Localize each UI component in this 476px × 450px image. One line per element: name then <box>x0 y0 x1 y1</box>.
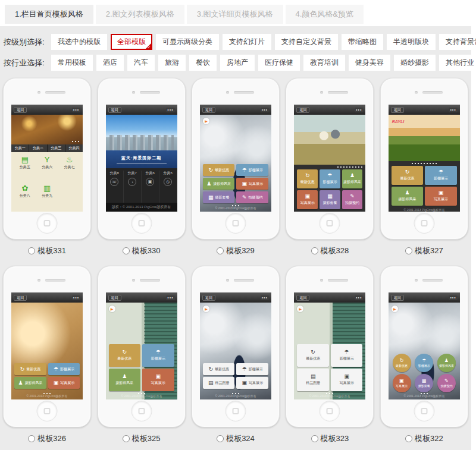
industry-filter-button[interactable]: 餐饮 <box>189 55 217 71</box>
tile-booking: ✎拍摄预约 <box>342 190 363 209</box>
template-radio[interactable] <box>311 435 318 442</box>
city-skyline-photo <box>106 115 177 150</box>
template-radio[interactable] <box>217 247 224 254</box>
template-preview[interactable]: 返回•••RAYLI↻最新优惠☂影棚展示♟摄影师风采▣写真展示© 2001-20… <box>380 78 468 240</box>
template-select-row[interactable]: 模板331 <box>28 246 66 256</box>
copyright-text: © 2001-2013 PigCms版权所有 <box>396 208 452 212</box>
template-radio[interactable] <box>28 247 35 254</box>
photographer-icon: ♟ <box>122 374 127 379</box>
phone-icon: ☏ <box>110 178 118 186</box>
music-player-icon: ▶ <box>392 306 398 312</box>
template-preview[interactable]: 返回•••↻最新优惠☂影棚展示♟摄影师风采▣写真展示© 2001-2013 Pi… <box>3 266 91 427</box>
template-radio[interactable] <box>217 435 224 442</box>
template-select-row[interactable]: 模板326 <box>28 433 66 444</box>
tile-label: 样品图册 <box>306 380 320 386</box>
tab-color-preview[interactable]: 4.颜色风格&预览 <box>286 5 364 24</box>
member-card-icon: ▥ <box>43 184 51 192</box>
more-menu-icon: ••• <box>166 108 174 112</box>
phone-screen: 返回•••分类一分类二分类三分类四▤分类五Y分类六♨分类七✿分类八▥分类九 <box>11 105 83 212</box>
screen-content: ▶↻最新优惠☂影棚展示♟摄影师风采▣写真展示© 2001-2013 PigCms… <box>106 303 177 399</box>
tile-studio: ☂影棚展示 <box>425 166 457 185</box>
camera-dot <box>415 279 418 282</box>
template-preview[interactable]: 返回•••↻最新优惠☂影棚展示♟摄影师风采▣写真展示▦摄影套餐✎拍摄预约© 20… <box>286 78 374 240</box>
template-radio[interactable] <box>405 435 412 442</box>
tile-grid: ↻最新优惠☂影棚展示▤样品图册▣写真展示 <box>297 344 362 391</box>
level-filter-button[interactable]: 带缩略图 <box>342 34 383 50</box>
template-radio[interactable] <box>123 247 130 254</box>
music-player-icon: ▶ <box>203 306 209 312</box>
phone-navbar: 返回••• <box>106 105 177 115</box>
template-name-label: 模板326 <box>37 433 66 444</box>
more-menu-icon: ••• <box>261 295 269 300</box>
speaker-slot <box>140 91 160 94</box>
tab-column-home-style[interactable]: 1.栏目首页模板风格 <box>5 5 93 24</box>
template-preview[interactable]: 返回•••▶↻最新优惠☂影棚展示♟摄影师风采▣写真展示▦摄影套餐✎拍摄预约© 2… <box>380 266 468 427</box>
industry-filter-button[interactable]: 其他行业 <box>439 55 476 71</box>
gallery-icon: ▣ <box>146 178 154 186</box>
studio-icon: ☂ <box>242 367 247 372</box>
back-button: 返回 <box>14 107 27 113</box>
template-select-row[interactable]: 模板328 <box>311 246 349 256</box>
template-preview[interactable]: 返回•••蓝天·海景国际二期分类8☏分类7◔分类6▣分类5◷版权：© 2001-… <box>98 78 186 240</box>
promo-icon: ↻ <box>208 367 213 372</box>
camera-dot <box>132 279 135 282</box>
template-radio[interactable] <box>28 435 35 442</box>
template-preview[interactable]: 返回•••▶↻最新优惠☂影棚展示♟摄影师风采▣写真展示© 2001-2013 P… <box>98 266 186 427</box>
template-preview[interactable]: 返回•••分类一分类二分类三分类四▤分类五Y分类六♨分类七✿分类八▥分类九 <box>3 78 91 240</box>
menu-item: Y分类六 <box>36 156 58 182</box>
level-filter-button[interactable]: 全部模版 <box>111 34 152 50</box>
phone-screen: 返回•••▶↻最新优惠☂影棚展示♟摄影师风采▣写真展示© 2001-2013 P… <box>106 292 177 399</box>
package-icon: ▦ <box>422 379 427 383</box>
industry-filter-button[interactable]: 常用模板 <box>51 55 93 71</box>
level-filter-button[interactable]: 支持自定义背景 <box>275 34 338 50</box>
phone-navbar: 返回••• <box>389 292 460 303</box>
back-button: 返回 <box>108 107 121 113</box>
industry-filter-button[interactable]: 汽车 <box>127 55 155 71</box>
photographer-icon: ♟ <box>350 173 355 178</box>
industry-filter-button[interactable]: 酒店 <box>96 55 124 71</box>
template-select-row[interactable]: 模板324 <box>217 433 255 444</box>
phone-screen: 返回•••RAYLI↻最新优惠☂影棚展示♟摄影师风采▣写真展示© 2001-20… <box>389 105 460 212</box>
tile-studio: ☂影棚展示 <box>236 363 268 375</box>
level-filter-button[interactable]: 半透明版块 <box>387 34 436 50</box>
tile-portrait: ▣写真展示 <box>393 374 411 392</box>
level-filter-button[interactable]: 可显示两级分类 <box>156 34 219 50</box>
tile-grid: ↻最新优惠☂影棚展示♟摄影师风采▣写真展示 <box>14 363 80 389</box>
industry-filter-button[interactable]: 教育培训 <box>303 55 345 71</box>
level-filter-button[interactable]: 我选中的模版 <box>51 34 107 50</box>
template-radio[interactable] <box>311 247 318 254</box>
template-radio[interactable] <box>123 435 130 442</box>
tab-list-style[interactable]: 2.图文列表模板风格 <box>96 5 184 24</box>
tile-label: 写真展示 <box>249 380 263 386</box>
template-preview[interactable]: 返回•••▶↻最新优惠☂影棚展示♟摄影师风采▣写真展示▦摄影套餐✎拍摄预约© 2… <box>192 78 280 240</box>
camera-dot <box>320 279 323 282</box>
template-select-row[interactable]: 模板322 <box>405 433 443 444</box>
template-select-row[interactable]: 模板325 <box>123 433 161 444</box>
tile-promo: ↻最新优惠 <box>392 166 424 185</box>
template-select-row[interactable]: 模板323 <box>311 433 349 444</box>
template-select-row[interactable]: 模板327 <box>405 246 443 256</box>
level-filter-button[interactable]: 支持幻灯片 <box>223 34 271 50</box>
level-filter-row: 按级别选择: 我选中的模版全部模版可显示两级分类支持幻灯片支持自定义背景带缩略图… <box>4 34 471 50</box>
template-radio[interactable] <box>405 247 412 254</box>
camera-dot <box>226 91 229 94</box>
speaker-slot <box>422 279 443 282</box>
tile-package: ▦摄影套餐 <box>203 191 235 203</box>
tile-label: 影棚展示 <box>340 356 354 361</box>
tab-detail-style[interactable]: 3.图文详细页模板风格 <box>187 5 283 24</box>
tile-photographer: ♟摄影师风采 <box>437 354 456 372</box>
template-preview[interactable]: 返回•••▶↻最新优惠☂影棚展示▤样品图册▣写真展示© 2001-2013 Pi… <box>286 266 374 427</box>
industry-filter-button[interactable]: 旅游 <box>158 55 186 71</box>
menu-item-label: 分类八 <box>20 193 30 199</box>
template-select-row[interactable]: 模板329 <box>217 246 255 256</box>
tile-label: 拍摄预约 <box>440 384 452 388</box>
industry-filter-button[interactable]: 房地产 <box>220 55 255 71</box>
template-preview[interactable]: 返回•••▶↻最新优惠☂影棚展示▤样品图册▣写真展示© 2001-2013 Pi… <box>192 266 280 427</box>
industry-filter-button[interactable]: 医疗保健 <box>258 55 300 71</box>
level-filter-button[interactable]: 支持背景音乐 <box>439 34 476 50</box>
template-select-row[interactable]: 模板330 <box>123 246 161 256</box>
back-button: 返回 <box>391 107 404 113</box>
template-cell: 返回•••分类一分类二分类三分类四▤分类五Y分类六♨分类七✿分类八▥分类九模板3… <box>0 78 94 256</box>
industry-filter-button[interactable]: 婚纱摄影 <box>394 55 436 71</box>
industry-filter-button[interactable]: 健身美容 <box>349 55 390 71</box>
